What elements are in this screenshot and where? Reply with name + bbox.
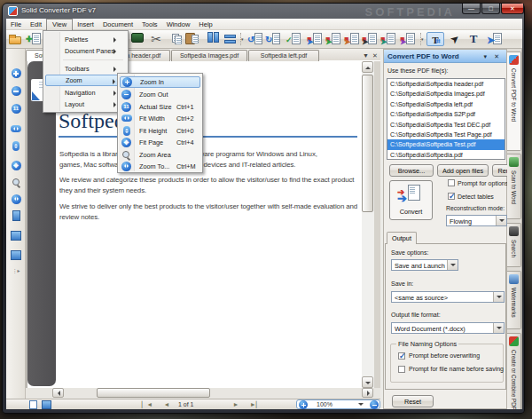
reset-button[interactable]: Reset xyxy=(392,395,434,407)
zoom-dropdown-icon[interactable] xyxy=(358,403,364,408)
menu-item-palettes[interactable]: Palettes xyxy=(45,34,123,45)
convert-to-html-icon[interactable]: ■➤ xyxy=(380,32,396,46)
rail-overflow-icon[interactable]: ⋮▸ xyxy=(10,267,22,280)
menu-file[interactable]: File xyxy=(6,19,26,30)
submenu-fit-height[interactable]: Fit HeightCtrl+0 xyxy=(120,125,200,137)
minimize-button[interactable]: — xyxy=(462,4,481,14)
rotate-right-icon[interactable]: ↻ xyxy=(265,32,281,46)
panel-close-icon[interactable]: ✕ xyxy=(494,53,499,60)
file-item[interactable]: C:\Softpedia\Softpedia Test DEC.pdf xyxy=(387,120,505,130)
file-item[interactable]: C:\Softpedia\Softpedia Test Page.pdf xyxy=(387,130,505,139)
fit-height-icon[interactable] xyxy=(10,138,22,150)
menu-item-navigation[interactable]: Navigation xyxy=(45,87,123,99)
menu-edit[interactable]: Edit xyxy=(26,19,46,30)
two-page-view-icon[interactable] xyxy=(205,32,221,46)
vertical-scrollbar[interactable] xyxy=(362,61,374,388)
file-item[interactable]: C:\Softpedia\Softpedia Images.pdf xyxy=(387,89,505,99)
menu-document[interactable]: Document xyxy=(98,19,137,30)
fit-page-icon[interactable]: ✥ xyxy=(10,157,22,170)
prompt-options-checkbox[interactable] xyxy=(448,179,455,186)
zoom-area-icon[interactable] xyxy=(10,174,22,186)
menu-item-toolbars[interactable]: Toolbars xyxy=(45,63,123,75)
first-page-button[interactable]: ▏◄ xyxy=(139,400,155,409)
add-open-files-button[interactable]: Add open files xyxy=(437,164,489,177)
file-list[interactable]: C:\Softpedia\Softpedia header.pdf C:\Sof… xyxy=(387,78,505,160)
detect-tables-checkbox[interactable] xyxy=(448,193,455,200)
panel-menu-icon[interactable]: ▾ xyxy=(483,53,487,60)
convert-to-text-icon[interactable]: ■➤ xyxy=(362,32,378,46)
text-tool-icon[interactable]: T xyxy=(466,32,481,46)
side-tab-search[interactable]: Search xyxy=(507,223,521,267)
side-tab-create[interactable]: Create or Combine PDF xyxy=(507,333,521,409)
convert-button[interactable]: ➔ ➔ Convert xyxy=(389,180,433,220)
file-item-selected[interactable]: C:\Softpedia\Softpedia Test.pdf xyxy=(387,139,505,149)
actual-size-icon[interactable]: 11 xyxy=(10,100,22,113)
menu-item-zoom[interactable]: Zoom xyxy=(45,75,123,86)
paste-icon[interactable] xyxy=(184,32,200,46)
tab-close-icon[interactable]: ✕ xyxy=(372,51,378,59)
splitter[interactable] xyxy=(374,61,380,388)
side-tab-scan[interactable]: Scan to Word xyxy=(507,154,521,219)
submenu-actual-size[interactable]: 11Actual SizeCtrl+1 xyxy=(120,101,200,113)
select-text-icon[interactable]: T⌗ xyxy=(426,32,444,46)
title-bar[interactable]: SOFTPEDIA Solid Converter PDF v7 — □ ✕ xyxy=(3,4,524,19)
zoom-control[interactable]: 100% xyxy=(296,399,380,409)
file-item[interactable]: C:\Softpedia\Softpedia header.pdf xyxy=(387,79,505,89)
maximize-button[interactable]: □ xyxy=(481,4,500,14)
pointer-icon[interactable]: ➤ xyxy=(447,32,463,46)
continuous-view-icon[interactable] xyxy=(223,32,239,46)
menu-insert[interactable]: Insert xyxy=(73,19,98,30)
multi-page-view-icon[interactable] xyxy=(42,400,51,409)
prompt-overwrite-checkbox[interactable] xyxy=(398,352,405,360)
form-check-icon[interactable]: ✓ xyxy=(286,32,301,46)
submenu-zoom-to[interactable]: Zoom To...Ctrl+M xyxy=(120,161,200,172)
side-tab-watermarks[interactable]: Watermarks xyxy=(507,271,521,329)
tab-list-icon[interactable]: ▼ xyxy=(363,51,369,59)
last-page-button[interactable]: ►▏ xyxy=(247,400,263,409)
convert-to-word-icon[interactable]: ■➤ xyxy=(307,32,323,46)
fit-width-icon[interactable] xyxy=(10,120,22,132)
menu-item-document-panes[interactable]: Document Panes xyxy=(45,45,123,57)
convert-blue-icon[interactable]: ➤ xyxy=(487,32,503,46)
submenu-zoom-in[interactable]: Zoom In xyxy=(120,76,200,88)
zoom-out-button[interactable] xyxy=(370,400,379,409)
continuous-pages-icon[interactable] xyxy=(10,248,22,260)
convert-to-image-icon[interactable]: ■➤ xyxy=(400,32,416,46)
copy-icon[interactable] xyxy=(166,32,182,46)
close-button[interactable]: ✕ xyxy=(501,4,524,14)
open-file-icon[interactable] xyxy=(8,32,24,46)
facing-pages-icon[interactable] xyxy=(10,228,22,241)
format-dropdown[interactable]: Word Document (*.docx) xyxy=(391,322,505,334)
browse-button[interactable]: Browse... xyxy=(389,164,434,177)
side-tab-convert[interactable]: Convert PDF to Word xyxy=(507,51,521,151)
cut-icon[interactable]: ✂ xyxy=(148,32,164,46)
reconstruction-dropdown[interactable]: Flowing xyxy=(446,215,507,226)
horizontal-scrollbar[interactable] xyxy=(26,388,380,399)
prev-page-button[interactable]: ◄ xyxy=(159,400,175,409)
menu-item-layout[interactable]: Layout xyxy=(45,99,123,110)
single-page-icon[interactable] xyxy=(10,209,22,221)
tab-softpedia-images[interactable]: Softpedia Images.pdf xyxy=(171,50,247,61)
submenu-fit-width[interactable]: Fit WidthCtrl+2 xyxy=(120,113,200,124)
submenu-zoom-area[interactable]: Zoom Area xyxy=(120,149,200,161)
save-options-dropdown[interactable]: Save and Launch xyxy=(391,259,458,271)
file-item[interactable]: C:\Softpedia\Softpedia S2P.pdf xyxy=(387,109,505,119)
zoom-in-icon[interactable] xyxy=(10,65,22,77)
save-in-dropdown[interactable]: <same as source> xyxy=(391,291,505,303)
media-icon[interactable] xyxy=(129,32,145,46)
submenu-fit-page[interactable]: ✥Fit PageCtrl+4 xyxy=(120,137,200,148)
file-item[interactable]: C:\Softpedia\Softpedia.pdf xyxy=(387,150,505,160)
menu-view[interactable]: View xyxy=(46,19,73,30)
tab-softpedia-left[interactable]: Softpedia left.pdf xyxy=(248,50,319,61)
file-item[interactable]: C:\Softpedia\Softpedia left.pdf xyxy=(387,99,505,109)
add-document-icon[interactable]: ✚ xyxy=(26,32,42,46)
output-tab[interactable]: Output xyxy=(387,232,417,244)
single-page-view-icon[interactable] xyxy=(29,400,37,409)
convert-to-excel-icon[interactable]: ■➤ xyxy=(325,32,341,46)
zoom-to-icon[interactable] xyxy=(10,191,22,203)
convert-to-ppt-icon[interactable]: ■➤ xyxy=(344,32,360,46)
zoom-out-icon[interactable] xyxy=(10,83,22,95)
submenu-zoom-out[interactable]: Zoom Out xyxy=(120,89,200,100)
rotate-left-icon[interactable]: ↺ xyxy=(247,32,263,46)
menu-help[interactable]: Help xyxy=(194,19,216,30)
